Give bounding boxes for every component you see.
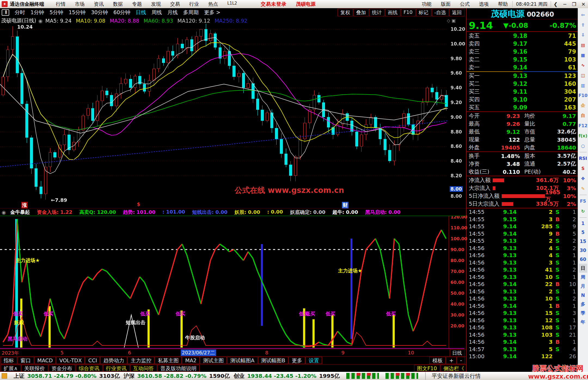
- tab-指标[interactable]: 指标: [1, 357, 17, 364]
- toolbtn-复权[interactable]: 复权: [338, 9, 353, 16]
- menu-item-功能[interactable]: 功能: [417, 1, 436, 7]
- collapse-circle-icon[interactable]: ◉: [38, 18, 43, 24]
- menu-item-专题[interactable]: 专题: [127, 1, 146, 7]
- f10-icon[interactable]: F10: [578, 90, 587, 101]
- period-tab-60分钟[interactable]: 60分钟: [111, 9, 133, 16]
- tab-settings[interactable]: 设置: [306, 357, 322, 364]
- menu-item-行业[interactable]: 行业: [185, 1, 204, 7]
- period-tab-月线[interactable]: 月线: [165, 9, 180, 16]
- period-tab-1分钟[interactable]: 1分钟: [28, 9, 47, 16]
- date-axis[interactable]: 2023/06/27二 日线 2023年568910: [0, 349, 466, 357]
- trend-line-icon[interactable]: ∿: [581, 60, 585, 70]
- minibar-chart-icon[interactable]: [385, 373, 418, 379]
- toolbtn-画线[interactable]: 画线: [385, 9, 400, 16]
- tab-MA2[interactable]: MA2: [182, 357, 199, 364]
- tab-扩展∧[interactable]: 扩展∧: [1, 365, 21, 372]
- selected-date[interactable]: 2023/06/27二: [181, 349, 216, 356]
- quote-table-icon[interactable]: ▦: [581, 50, 585, 60]
- strip-period-N[interactable]: N: [581, 291, 585, 300]
- menu-item-帮助[interactable]: 帮助: [493, 1, 512, 7]
- zixuan-icon[interactable]: 自: [581, 111, 585, 121]
- period-tab-15分钟[interactable]: 15分钟: [66, 9, 88, 16]
- draw-icon[interactable]: ✎: [581, 184, 585, 194]
- close-button[interactable]: ✕: [579, 1, 588, 7]
- toolbtn-返回[interactable]: 返回: [449, 9, 464, 16]
- tab-关联报价[interactable]: 关联报价: [21, 365, 48, 372]
- tab-MACD[interactable]: MACD: [34, 357, 56, 364]
- tab-互动问答[interactable]: 互动问答: [130, 365, 157, 372]
- strip-period-30[interactable]: 30: [580, 246, 586, 255]
- menu-item-L1L2[interactable]: L1L2: [223, 1, 242, 7]
- tab-趋势动力[interactable]: 趋势动力: [100, 357, 127, 364]
- back-arrow-icon[interactable]: ⇦: [581, 10, 585, 20]
- menu-item-资讯[interactable]: 资讯: [89, 1, 108, 7]
- strip-period-日[interactable]: 日: [579, 264, 587, 273]
- minibar-chart-icon[interactable]: [346, 373, 379, 379]
- kline-icon[interactable]: ◫: [581, 70, 585, 80]
- back-button[interactable]: ❮: [551, 1, 560, 7]
- tab-综合资讯[interactable]: 综合资讯: [76, 365, 102, 372]
- layout-toggle-icon[interactable]: ▐: [2, 9, 9, 16]
- tab-资金分布[interactable]: 资金分布: [48, 365, 75, 372]
- strip-period-季[interactable]: 季: [581, 309, 585, 318]
- menu-item-公式[interactable]: 公式: [455, 1, 474, 7]
- indicator-name[interactable]: 金牛暴起: [10, 209, 30, 215]
- menu-item-行情[interactable]: 行情: [51, 1, 70, 7]
- strip-period-周[interactable]: 周: [581, 273, 585, 282]
- toolbtn-统计[interactable]: 统计: [369, 9, 384, 16]
- tab-+[interactable]: +: [446, 357, 457, 364]
- tab-VOL-TDX[interactable]: VOL-TDX: [56, 357, 85, 364]
- tab-行业资讯[interactable]: 行业资讯: [103, 365, 130, 372]
- tab-图文F10[interactable]: 图文F10: [414, 365, 440, 372]
- stock-quick-label[interactable]: 茂硕电源: [296, 1, 316, 7]
- period-tab-周线[interactable]: 周线: [149, 9, 165, 16]
- tab-测试幅图A[interactable]: 测试幅图A: [227, 357, 258, 364]
- tab-测试幅图B[interactable]: 测试幅图B: [258, 357, 288, 364]
- f12-icon[interactable]: F12: [578, 121, 587, 131]
- toolbtn-标记[interactable]: 标记: [416, 9, 431, 16]
- toolbtn--自选[interactable]: -自选: [432, 9, 449, 16]
- tab-私募主图[interactable]: 私募主图: [155, 357, 182, 364]
- f5-icon[interactable]: F5: [580, 196, 586, 206]
- structure-icon[interactable]: 企: [581, 101, 585, 111]
- tab--[interactable]: -: [457, 357, 465, 364]
- minimize-button[interactable]: ─: [560, 1, 569, 7]
- tab-CCI[interactable]: CCI: [85, 357, 100, 364]
- up-arrow-icon[interactable]: ⇧: [581, 20, 585, 30]
- menu-item-市场[interactable]: 市场: [70, 1, 89, 7]
- tab-更多[interactable]: 更多: [289, 357, 305, 364]
- chart-corner-icons[interactable]: ◇ ▣: [447, 18, 456, 23]
- tab-测试主图[interactable]: 测试主图: [200, 357, 227, 364]
- strip-period-多[interactable]: 多: [581, 300, 585, 309]
- maximize-button[interactable]: ❐: [569, 1, 579, 7]
- menu-item-数据[interactable]: 数据: [108, 1, 127, 7]
- period-tab-分时[interactable]: 分时: [12, 9, 28, 16]
- strip-period-60[interactable]: 60: [580, 255, 586, 264]
- period-tab-多周期[interactable]: 多周期: [180, 9, 201, 16]
- rsi-icon[interactable]: RSI: [579, 153, 587, 163]
- strip-period-15[interactable]: 15: [580, 237, 586, 246]
- menu-item-热点[interactable]: 热点: [204, 1, 223, 7]
- login-status[interactable]: 交易未登录: [261, 1, 287, 7]
- period-tab-30分钟[interactable]: 30分钟: [88, 9, 111, 16]
- down-arrow-icon[interactable]: ⇩: [581, 30, 585, 40]
- status-app-icon[interactable]: [2, 373, 7, 379]
- move-icon[interactable]: ✥: [581, 174, 585, 184]
- menu-item-版面[interactable]: 版面: [436, 1, 455, 7]
- tick-list[interactable]: 14:559.142S114:559.153B214:559.14285S914…: [467, 208, 578, 360]
- strip-period-月[interactable]: 月: [581, 282, 585, 291]
- toolbtn-叠加[interactable]: 叠加: [353, 9, 369, 16]
- index-summary[interactable]: 上证3058.71 -24.79 -0.80%3103亿沪深3610.58 -2…: [10, 372, 340, 380]
- news-icon[interactable]: ▥: [581, 80, 585, 90]
- money-icon[interactable]: S: [581, 163, 585, 174]
- tab-窗口[interactable]: 窗口: [17, 357, 34, 364]
- menu-item-选项[interactable]: 选项: [474, 1, 493, 7]
- strip-period-1[interactable]: 1: [581, 219, 585, 228]
- tab-主力监控[interactable]: 主力监控: [128, 357, 154, 364]
- collapse-circle-icon[interactable]: ◉: [2, 209, 6, 215]
- indicator-canvas[interactable]: [0, 215, 466, 348]
- menu-item-发现[interactable]: 发现: [146, 1, 166, 7]
- strip-period-年[interactable]: 年: [581, 318, 585, 327]
- period-tab-日线[interactable]: 日线: [133, 9, 149, 16]
- circle-icon[interactable]: ○: [581, 141, 585, 151]
